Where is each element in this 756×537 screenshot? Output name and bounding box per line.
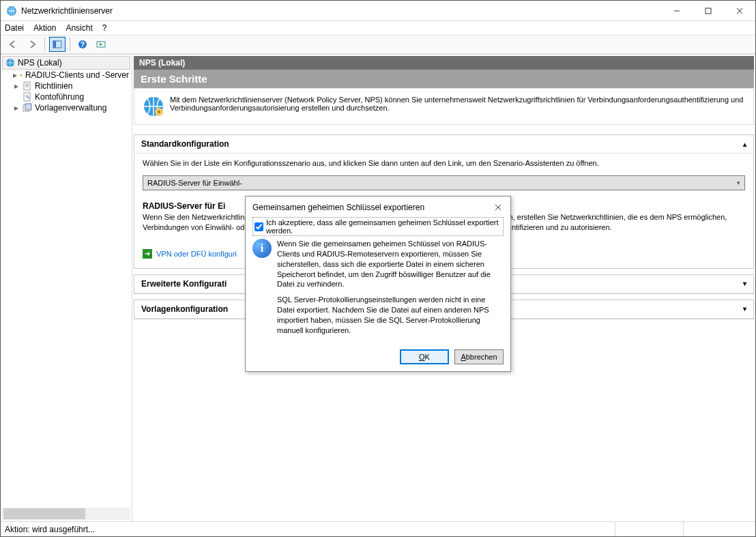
globe-icon (5, 58, 15, 68)
dialog-titlebar: Gemeinsamen geheimen Schlüssel exportier… (246, 197, 510, 217)
tree-item-label: RADIUS-Clients und -Server (25, 70, 129, 80)
chevron-up-icon: ▴ (743, 141, 746, 148)
dialog-close-button[interactable] (491, 201, 505, 214)
dropdown-value: RADIUS-Server für Einwähl- (147, 179, 242, 187)
svg-rect-11 (24, 82, 30, 90)
dialog-para-1: Wenn Sie die gemeinsamen geheimen Schlüs… (277, 239, 504, 289)
status-cell (683, 522, 751, 536)
section-title: Erste Schritte (134, 70, 754, 88)
dialog-info-text: Wenn Sie die gemeinsamen geheimen Schlüs… (277, 239, 504, 341)
expander-icon[interactable]: ▸ (13, 70, 17, 80)
svg-rect-2 (706, 8, 711, 14)
app-window: Netzwerkrichtlinienserver Datei Aktion A… (0, 0, 756, 537)
window-controls (661, 1, 755, 21)
scenario-dropdown[interactable]: RADIUS-Server für Einwähl- ▾ (143, 175, 745, 190)
tree-horizontal-scrollbar[interactable] (2, 508, 130, 520)
tree-root[interactable]: NPS (Lokal) (2, 56, 130, 70)
accounting-icon: ✎ (23, 92, 32, 102)
toolbar-separator (70, 38, 70, 51)
menu-view[interactable]: Ansicht (66, 23, 92, 33)
template-icon (23, 103, 32, 113)
cancel-button[interactable]: Abbrechen (454, 349, 504, 364)
tree-pane: NPS (Lokal) ▸ RADIUS-Clients und -Server… (1, 55, 132, 521)
chevron-down-icon: ▾ (737, 179, 740, 186)
menu-bar: Datei Aktion Ansicht ? (1, 21, 755, 35)
menu-file[interactable]: Datei (5, 23, 24, 33)
policy-icon (23, 81, 32, 91)
close-button[interactable] (724, 1, 755, 21)
svg-rect-18 (25, 104, 31, 110)
intro-globe-icon (143, 96, 164, 117)
tree-item-label: Richtlinien (35, 81, 72, 91)
tree-item-templates[interactable]: ▸ Vorlagenverwaltung (12, 102, 130, 113)
checkbox-label: Ich akzeptiere, dass alle gemeinsamen ge… (266, 218, 501, 235)
intro-text: Mit dem Netzwerkrichtlinienserver (Netwo… (170, 96, 745, 117)
svg-text:✎: ✎ (25, 94, 30, 100)
panel-title: Erweiterte Konfigurati (141, 279, 227, 289)
export-shared-secret-dialog: Gemeinsamen geheimen Schlüssel exportier… (245, 196, 511, 372)
panel-title: Vorlagenkonfiguration (141, 304, 228, 314)
back-button[interactable] (5, 37, 21, 52)
app-icon (6, 5, 17, 16)
content-header: NPS (Lokal) (134, 56, 754, 70)
svg-rect-6 (53, 41, 56, 48)
tree-root-label: NPS (Lokal) (18, 58, 62, 68)
ok-button[interactable]: OK (400, 349, 449, 364)
dialog-para-2: SQL Server-Protokollierungseinstellungen… (277, 295, 504, 335)
std-hint: Wählen Sie in der Liste ein Konfiguratio… (143, 159, 745, 167)
show-hide-tree-button[interactable] (49, 37, 66, 52)
help-button[interactable]: ? (74, 37, 91, 52)
toolbar: ? (1, 35, 755, 54)
status-bar: Aktion: wird ausgeführt... (1, 521, 755, 536)
forward-button[interactable] (24, 37, 40, 52)
title-bar: Netzwerkrichtlinienserver (1, 1, 755, 21)
arrow-right-icon: ➔ (143, 249, 152, 259)
tree-item-accounting[interactable]: ✎ Kontoführung (12, 91, 130, 102)
folder-icon (20, 70, 23, 80)
chevron-down-icon: ▾ (743, 305, 746, 313)
expander-icon[interactable]: ▸ (13, 103, 20, 113)
panel-title: Standardkonfiguration (141, 139, 229, 149)
intro-box: Mit dem Netzwerkrichtlinienserver (Netwo… (134, 88, 754, 125)
tree-item-radius-clients[interactable]: ▸ RADIUS-Clients und -Server (12, 70, 130, 81)
tree-item-label: Kontoführung (35, 92, 84, 102)
configure-vpn-link[interactable]: VPN oder DFÜ konfiguri (156, 250, 237, 258)
accept-export-checkbox[interactable] (255, 222, 263, 231)
chevron-down-icon: ▾ (743, 280, 746, 287)
dialog-title: Gemeinsamen geheimen Schlüssel exportier… (252, 203, 424, 212)
maximize-button[interactable] (693, 1, 724, 21)
tree-item-label: Vorlagenverwaltung (35, 103, 106, 113)
tree-item-policies[interactable]: ▸ Richtlinien (12, 81, 130, 91)
status-cell (615, 522, 683, 536)
accept-export-checkbox-row[interactable]: Ich akzeptiere, dass alle gemeinsamen ge… (252, 217, 504, 236)
menu-help[interactable]: ? (102, 23, 107, 33)
window-title: Netzwerkrichtlinienserver (21, 6, 661, 16)
start-service-button[interactable] (93, 37, 110, 52)
svg-text:?: ? (81, 41, 85, 48)
spacer (13, 92, 20, 102)
panel-header-standard[interactable]: Standardkonfiguration ▴ (134, 135, 753, 154)
status-text: Aktion: wird ausgeführt... (5, 525, 95, 534)
minimize-button[interactable] (661, 1, 693, 21)
menu-action[interactable]: Aktion (33, 23, 56, 33)
expander-icon[interactable]: ▸ (13, 81, 20, 91)
toolbar-separator (44, 38, 45, 51)
info-icon: i (252, 239, 272, 258)
